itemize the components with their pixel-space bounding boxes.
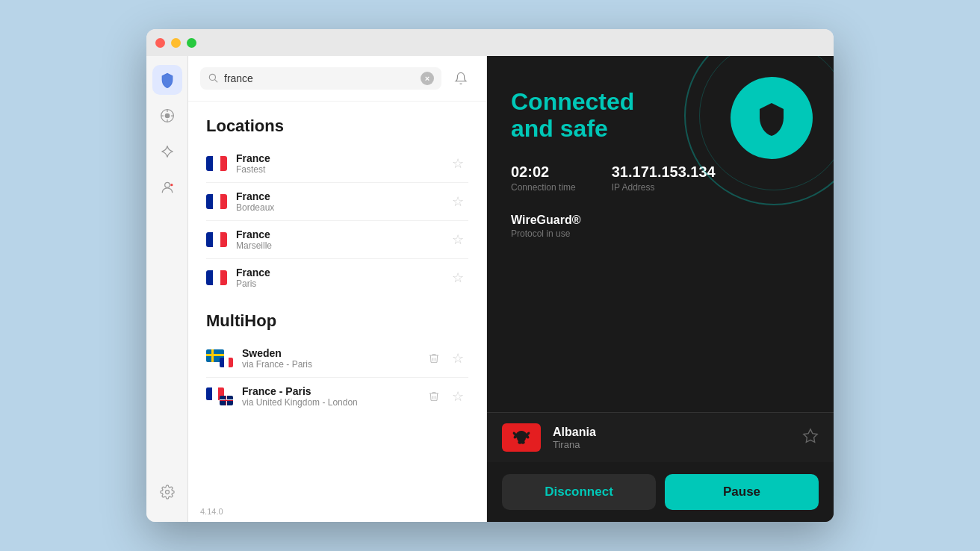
bell-button[interactable] <box>447 65 474 92</box>
multihop-via-france-paris: via United Kingdom - London <box>242 397 415 408</box>
albania-flag <box>502 423 541 452</box>
france-flag-2 <box>206 194 227 209</box>
connection-time-stat: 02:02 Connection time <box>511 164 576 193</box>
location-sub: Bordeaux <box>236 202 438 213</box>
france-flag-4 <box>206 270 227 285</box>
version-label: 4.14.0 <box>188 501 486 522</box>
location-name: France <box>236 190 438 202</box>
sidebar-item-alerts[interactable] <box>152 101 182 131</box>
favorite-button-france-bordeaux[interactable]: ☆ <box>447 191 468 212</box>
favorite-button-france-paris[interactable]: ☆ <box>447 267 468 288</box>
favorite-button-france-fastest[interactable]: ☆ <box>447 153 468 174</box>
connected-country: Albania <box>553 426 790 439</box>
location-sub: Fastest <box>236 164 438 175</box>
connected-city: Tirana <box>553 439 790 450</box>
multihop-item-sweden-france[interactable]: Sweden via France - Paris ☆ <box>188 340 486 377</box>
albania-eagle-icon <box>510 428 533 447</box>
sidebar-bottom <box>152 477 182 513</box>
france-flag-1 <box>206 156 227 171</box>
multihop-actions-sweden: ☆ <box>424 348 468 369</box>
sidebar <box>146 56 188 522</box>
favorite-button-france-marseille[interactable]: ☆ <box>447 229 468 250</box>
sidebar-item-settings[interactable] <box>152 477 182 507</box>
shield-icon-large <box>754 100 790 136</box>
multihop-info-france-paris: France - Paris via United Kingdom - Lond… <box>242 385 415 408</box>
disconnect-button[interactable]: Disconnect <box>502 474 656 510</box>
main-area: × Locations <box>146 56 834 522</box>
location-info-france-bordeaux: France Bordeaux <box>236 190 438 213</box>
connection-time-value: 02:02 <box>511 164 576 181</box>
location-name: France <box>236 152 438 164</box>
multihop-name-sweden: Sweden <box>242 347 415 359</box>
location-item-france-fastest[interactable]: France Fastest ☆ <box>188 145 486 182</box>
right-panel: Connected and safe 02:02 Connection time… <box>487 56 834 522</box>
connected-location-info: Albania Tirana <box>553 426 790 450</box>
svg-marker-11 <box>804 429 817 441</box>
multihop-info-sweden: Sweden via France - Paris <box>242 347 415 370</box>
svg-point-6 <box>164 182 170 187</box>
titlebar <box>146 29 834 56</box>
svg-line-10 <box>215 79 217 81</box>
locations-section-title: Locations <box>188 102 486 145</box>
bottom-section: Albania Tirana <box>487 412 834 462</box>
location-item-france-paris[interactable]: France Paris ☆ <box>188 259 486 296</box>
svg-point-7 <box>170 184 173 186</box>
minimize-button[interactable] <box>171 38 181 48</box>
left-panel: × Locations <box>188 56 487 522</box>
location-name: France <box>236 228 438 240</box>
action-buttons: Disconnect Pause <box>487 462 834 522</box>
maximize-button[interactable] <box>187 38 196 48</box>
location-name: France <box>236 267 438 278</box>
location-item-france-bordeaux[interactable]: France Bordeaux ☆ <box>188 183 486 220</box>
multihop-name-france-paris: France - Paris <box>242 385 415 397</box>
ip-address-label: IP Address <box>612 182 716 193</box>
multihop-flags-sweden <box>206 349 233 367</box>
results-list: Locations France Fastest ☆ <box>188 102 486 501</box>
favorite-connected-button[interactable] <box>802 428 819 448</box>
vpn-status-area: Connected and safe 02:02 Connection time… <box>487 56 834 412</box>
multihop-flags-france-uk <box>206 387 233 405</box>
search-wrapper: × <box>200 67 441 90</box>
pause-button[interactable]: Pause <box>665 474 819 510</box>
sidebar-item-social[interactable] <box>152 172 182 202</box>
search-icon <box>208 72 218 85</box>
ip-address-stat: 31.171.153.134 IP Address <box>612 164 716 193</box>
protocol-row: WireGuard® Protocol in use <box>511 214 810 239</box>
location-info-france-fastest: France Fastest <box>236 152 438 175</box>
search-bar: × <box>188 56 486 102</box>
protocol-name: WireGuard® <box>511 214 810 227</box>
location-sub: Marseille <box>236 240 438 251</box>
multihop-actions-france-uk: ☆ <box>424 386 468 407</box>
sidebar-item-tracker[interactable] <box>152 137 182 166</box>
favorite-button-france-uk[interactable]: ☆ <box>447 386 468 407</box>
shield-circle <box>731 77 813 159</box>
france-flag-3 <box>206 232 227 247</box>
location-info-france-marseille: France Marseille <box>236 228 438 251</box>
location-info-france-paris: France Paris <box>236 267 438 289</box>
app-window: × Locations <box>146 29 834 522</box>
delete-button-sweden[interactable] <box>424 348 444 369</box>
list-bottom-spacer <box>188 415 486 433</box>
multihop-via-sweden: via France - Paris <box>242 359 415 370</box>
delete-button-france-uk[interactable] <box>424 386 444 407</box>
svg-point-1 <box>164 113 170 119</box>
protocol-label: Protocol in use <box>511 228 810 239</box>
svg-point-8 <box>165 491 169 494</box>
location-sub: Paris <box>236 278 438 289</box>
location-item-france-marseille[interactable]: France Marseille ☆ <box>188 221 486 258</box>
search-input[interactable] <box>224 72 415 84</box>
close-button[interactable] <box>155 38 165 48</box>
connection-time-label: Connection time <box>511 182 576 193</box>
multihop-section-title: MultiHop <box>188 296 486 340</box>
clear-search-button[interactable]: × <box>421 72 434 85</box>
sidebar-item-vpn[interactable] <box>152 65 182 95</box>
favorite-button-sweden[interactable]: ☆ <box>447 348 468 369</box>
multihop-item-france-uk[interactable]: France - Paris via United Kingdom - Lond… <box>188 378 486 415</box>
